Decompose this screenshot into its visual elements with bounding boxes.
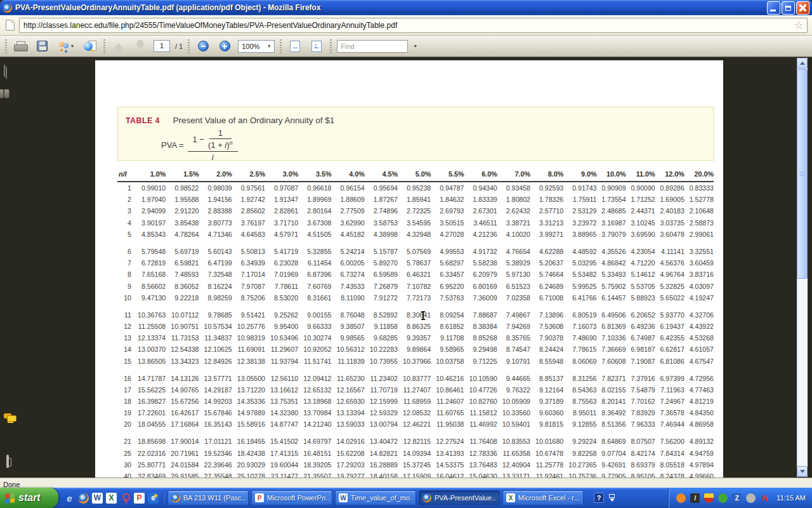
page-favicon: [6, 20, 15, 30]
z-application-tray-icon[interactable]: Z: [732, 493, 742, 503]
factor-cell: 10.73955: [365, 355, 398, 366]
factor-cell: 6.81086: [655, 355, 684, 366]
find-history-dropdown[interactable]: ▼: [413, 44, 417, 48]
factor-cell: 0.91743: [563, 182, 596, 194]
volume-tray-icon[interactable]: [746, 493, 756, 503]
status-bar: Done: [0, 478, 812, 488]
table-row: 1513.8650513.3432312.8492612.3813811.937…: [117, 355, 714, 366]
zoom-out-button[interactable]: [195, 38, 211, 55]
factor-cell: 7.01969: [265, 269, 298, 280]
factor-cell: 14.13126: [166, 367, 199, 384]
factor-cell: 7.02358: [497, 292, 530, 304]
print-button[interactable]: [12, 38, 29, 55]
address-bar[interactable]: http://classes.lanecc.edu/file.php/24555…: [19, 18, 808, 33]
excel-icon[interactable]: X: [106, 493, 117, 504]
help-icon[interactable]: ?: [594, 493, 604, 503]
powerpoint-icon[interactable]: P: [134, 493, 145, 504]
taskbar-button[interactable]: WTime_value_of_mo...: [335, 490, 416, 505]
minimize-button[interactable]: [767, 1, 780, 15]
toolbar-separator: [5, 39, 7, 53]
msn-messenger-icon[interactable]: e: [148, 493, 159, 504]
access-key-icon[interactable]: [120, 493, 131, 504]
factor-cell: 12.84926: [199, 355, 232, 366]
pages-panel-button[interactable]: [4, 67, 15, 79]
start-button[interactable]: start: [0, 488, 58, 508]
factor-cell: 8.36052: [166, 280, 199, 291]
update-notifier-tray-icon[interactable]: [676, 493, 686, 503]
collaborate-button[interactable]: ▼: [55, 38, 77, 55]
url-text: http://classes.lanecc.edu/file.php/24555…: [23, 21, 794, 30]
taskbar-button[interactable]: BA 213 W11 (Pasc...: [167, 490, 249, 505]
restore-button[interactable]: [782, 1, 795, 15]
pva-table: n/I1.0%1.5%2.0%2.5%3.0%3.5%4.0%4.5%5.0%5…: [117, 170, 714, 483]
factor-cell: 9.07704: [597, 448, 626, 459]
factor-cell: 2.48685: [597, 205, 626, 217]
table-row: 1917.2260116.4261715.6784614.9788914.323…: [117, 407, 714, 418]
factor-cell: 1.97040: [133, 194, 166, 205]
novell-tray-icon[interactable]: N: [760, 493, 769, 503]
table-row: 1211.2550810.9075110.5753410.257769.9540…: [117, 321, 714, 332]
factor-cell: 0.97561: [232, 182, 265, 194]
scroll-up-button[interactable]: [797, 58, 808, 69]
table-row: 1816.3982715.6725614.9920314.3533613.753…: [117, 396, 714, 407]
factor-cell: 10.33560: [497, 407, 530, 418]
period-cell: 6: [117, 240, 133, 257]
scroll-down-button[interactable]: [797, 466, 808, 477]
internet-explorer-icon[interactable]: e: [64, 493, 75, 504]
factor-cell: 11.51741: [298, 355, 331, 366]
factor-cell: 4.78264: [166, 229, 199, 240]
factor-cell: 15.67256: [166, 396, 199, 407]
factor-cell: 3.67308: [298, 217, 331, 229]
word-icon: W: [339, 493, 348, 502]
factor-cell: 22.39646: [199, 459, 232, 471]
title-bar[interactable]: PVA-PresentValueOrdinaryAnnuityTable.pdf…: [0, 0, 812, 15]
scrollbar-thumb[interactable]: [797, 69, 808, 279]
save-button[interactable]: [34, 38, 50, 55]
factor-cell: 0.94340: [464, 182, 497, 194]
zoom-in-button[interactable]: [216, 38, 233, 55]
security-shield-tray-icon[interactable]: [704, 493, 714, 503]
factor-cell: 8.76048: [332, 304, 365, 321]
previous-page-button[interactable]: [110, 38, 127, 55]
factor-cell: 8.24424: [530, 344, 563, 355]
factor-cell: 6.24689: [530, 280, 563, 291]
find-input[interactable]: Find: [337, 40, 408, 53]
close-button[interactable]: [796, 1, 809, 15]
vertical-scrollbar[interactable]: [797, 58, 808, 477]
factor-cell: 4.94759: [684, 448, 714, 459]
globe-icon: [84, 41, 96, 52]
clock: 11:15 AM: [776, 494, 806, 502]
factor-cell: 4.27028: [431, 229, 464, 240]
taskbar-button[interactable]: PVA-PresentValue...: [419, 490, 500, 505]
attachments-panel-button[interactable]: [4, 456, 15, 467]
hidden-toolbar-chevron[interactable]: [609, 494, 615, 502]
factor-cell: 2.82861: [265, 205, 298, 217]
next-page-button[interactable]: [132, 38, 148, 55]
share-online-button[interactable]: [82, 38, 98, 55]
bookmark-star-icon[interactable]: ☆: [794, 20, 803, 30]
search-panel-button[interactable]: [4, 89, 15, 100]
firefox-icon[interactable]: [78, 493, 89, 504]
factor-cell: 12.78336: [464, 448, 497, 459]
factor-cell: 8.86325: [398, 321, 431, 332]
factor-cell: 9.42691: [597, 459, 626, 471]
utility-tool-tray-icon[interactable]: /: [690, 493, 700, 503]
factor-cell: 4.23054: [626, 240, 655, 257]
fit-width-button[interactable]: ↔: [287, 38, 303, 55]
factor-cell: 4.64583: [232, 229, 265, 240]
taskbar-button[interactable]: XMicrosoft Excel - r...: [502, 490, 584, 505]
zoom-level-select[interactable]: 100% ▼: [238, 40, 275, 53]
column-header-rate: 5.5%: [431, 170, 464, 182]
period-cell: 21: [117, 430, 133, 447]
antivirus-tray-icon[interactable]: [718, 493, 728, 503]
page-number-input[interactable]: 1: [154, 40, 170, 52]
fit-page-button[interactable]: ↔↔: [308, 38, 325, 55]
factor-cell: 1.85941: [398, 194, 431, 205]
factor-cell: 2.85602: [232, 205, 265, 217]
taskbar-button[interactable]: PMicrosoft PowerPo...: [251, 490, 332, 505]
factor-cell: 10.05909: [497, 396, 530, 407]
paperclip-icon: [6, 455, 9, 468]
comments-panel-button[interactable]: [4, 413, 15, 424]
factor-cell: 3.54595: [398, 217, 431, 229]
word-icon[interactable]: W: [92, 493, 103, 504]
